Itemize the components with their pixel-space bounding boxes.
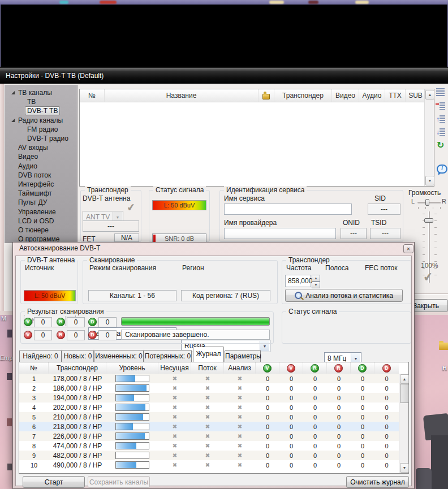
desktop-icon[interactable] <box>7 464 12 470</box>
sidebar-item[interactable]: Аудио <box>5 162 77 171</box>
sidebar-item[interactable]: Видео <box>5 152 77 161</box>
scroll-up-icon[interactable]: ▲ <box>400 374 409 384</box>
remove-channel-button[interactable] <box>436 102 447 111</box>
move-channel-down-button[interactable]: ↓ <box>436 128 448 137</box>
log-col-badge-header[interactable]: D <box>374 362 399 374</box>
sidebar-item[interactable]: LCD и OSD <box>5 217 77 226</box>
table-row[interactable]: 5210,000 / 8 / HP✖✖✖000000 <box>19 412 399 422</box>
log-col-badge-header[interactable]: V <box>279 362 303 374</box>
col-transponder[interactable]: Транспондер <box>274 89 332 102</box>
sidebar-item[interactable]: DVB поток <box>5 171 77 180</box>
table-row[interactable]: 4202,000 / 8 / HP✖✖✖000000 <box>19 403 399 412</box>
log-col-badge-header[interactable]: R <box>327 362 351 374</box>
frequency-input[interactable]: 858,000 <box>285 275 311 287</box>
scroll-down-icon[interactable]: ▼ <box>400 463 409 473</box>
scrollbar-thumb[interactable] <box>400 384 409 403</box>
tab-item[interactable]: Измененных: 0 <box>94 350 144 362</box>
rescan-button[interactable]: ↻ <box>437 141 444 150</box>
settings-window-titlebar[interactable]: Настройки - DVB-T ТВ (Default) <box>0 68 448 84</box>
sidebar-item[interactable]: DVB-T ТВ <box>5 106 77 115</box>
sidebar-item[interactable]: DVB-T радио <box>5 134 77 143</box>
analyze-stream-button[interactable]: Анализ потока и статистика <box>285 289 403 302</box>
col-video[interactable]: Видео <box>332 89 359 102</box>
col-audio[interactable]: Аудио <box>359 89 385 102</box>
desktop-folder-icon[interactable] <box>439 343 448 350</box>
sidebar-item[interactable]: Таймшифт <box>5 189 77 198</box>
table-row[interactable]: 9482,000 / 8 / HP✖✖✖000000 <box>19 451 399 460</box>
log-col-badge-header[interactable]: R <box>303 362 327 374</box>
sidebar-item[interactable]: Радио каналы <box>5 116 77 125</box>
tab-log-active[interactable]: Журнал <box>193 347 224 362</box>
table-row[interactable]: 2186,000 / 8 / HP✖✖✖000000 <box>19 383 399 393</box>
log-col-header[interactable]: Несущая <box>158 362 191 374</box>
tree-expanded-icon[interactable] <box>11 91 15 94</box>
col-name[interactable]: Название <box>105 89 259 102</box>
channel-list-icon[interactable] <box>436 88 447 97</box>
log-col-header[interactable]: Уровень <box>106 362 158 374</box>
table-row[interactable]: 1178,000 / 8 / HP✖✖✖000000 <box>19 374 399 383</box>
col-number[interactable]: № <box>80 89 105 102</box>
start-scan-button[interactable]: Старт <box>23 476 85 488</box>
cell-count: 0 <box>303 441 327 451</box>
desktop-icon[interactable] <box>7 330 12 337</box>
tab-item[interactable]: Потерянных: 0 <box>144 350 192 362</box>
table-row[interactable]: 3194,000 / 8 / HP✖✖✖000000 <box>19 393 399 403</box>
channel-info-button[interactable]: i <box>437 165 447 174</box>
table-row[interactable]: 7226,000 / 8 / HP✖✖✖000000 <box>19 431 399 441</box>
sidebar-item[interactable]: AV входы <box>5 143 77 152</box>
scan-log-table[interactable]: №ТранспондерУровеньНесущаяПотокАнализVVR… <box>19 362 409 474</box>
sidebar-item[interactable]: О тюнере <box>5 226 77 235</box>
log-col-header[interactable]: Поток <box>191 362 224 374</box>
volume-slider-thumb[interactable] <box>424 218 433 223</box>
sidebar-item[interactable]: Интерфейс <box>5 180 77 189</box>
desktop-icon-label[interactable]: Emp <box>0 354 13 361</box>
frequency-spinner[interactable]: ▲ ▼ <box>312 275 320 288</box>
log-col-badge-header[interactable]: V <box>256 362 279 374</box>
clear-log-button[interactable]: Очистить журнал <box>346 476 409 488</box>
channel-table-scrollbar[interactable]: ▲ ▼ <box>424 89 434 186</box>
scan-counter-box: 0 <box>98 317 117 327</box>
level-bar-fill <box>116 414 143 420</box>
log-col-header[interactable]: Анализ <box>224 362 256 374</box>
table-row[interactable]: 10490,000 / 8 / HP✖✖✖000000 <box>19 460 399 470</box>
provider-name-field[interactable] <box>224 228 336 239</box>
cell-analysis: ✖ <box>224 451 256 460</box>
sidebar-item[interactable]: ТВ <box>5 97 77 106</box>
spin-down-icon[interactable]: ▼ <box>312 282 320 288</box>
tab-item[interactable]: Новых: 0 <box>62 350 94 362</box>
log-table-scrollbar[interactable]: ▲ ▼ <box>399 374 408 473</box>
move-channel-up-button[interactable]: ↑ <box>436 115 448 124</box>
table-row[interactable]: 8474,000 / 8 / HP✖✖✖000000 <box>19 441 399 451</box>
table-row[interactable]: 6218,000 / 8 / HP✖✖✖000000 <box>19 422 399 431</box>
sidebar-item[interactable]: Пульт ДУ <box>5 198 77 207</box>
tab-item[interactable]: Найдено: 0 <box>19 350 62 362</box>
cell-carrier: ✖ <box>158 383 191 393</box>
desktop-icon[interactable] <box>7 418 12 426</box>
volume-check-icon[interactable]: ✔ <box>422 270 434 284</box>
log-col-header[interactable]: № <box>19 362 49 374</box>
col-sub[interactable]: SUB <box>406 89 425 102</box>
sid-label: SID <box>374 194 386 202</box>
col-ttx[interactable]: TTX <box>385 89 406 102</box>
cell-count: 0 <box>279 374 303 383</box>
col-lock[interactable] <box>259 89 274 102</box>
close-icon[interactable]: × <box>403 244 413 253</box>
tree-expanded-icon[interactable] <box>11 119 15 122</box>
scroll-up-icon[interactable]: ▲ <box>425 90 434 99</box>
save-channels-button[interactable]: Сохранить каналы <box>88 476 150 488</box>
log-col-badge-header[interactable]: D <box>351 362 374 374</box>
sidebar-item[interactable]: Управление <box>5 207 77 217</box>
spin-up-icon[interactable]: ▲ <box>312 275 320 282</box>
tsid-value-box: --- <box>370 228 400 239</box>
scroll-down-icon[interactable]: ▼ <box>425 176 434 185</box>
service-name-field[interactable] <box>224 204 352 215</box>
sidebar-item[interactable]: ТВ каналы <box>5 88 77 97</box>
sidebar-item[interactable]: FM радио <box>5 125 77 134</box>
desktop-icon[interactable] <box>7 373 12 380</box>
log-col-header[interactable]: Транспондер <box>49 362 106 374</box>
desktop-icon-label[interactable]: M <box>1 315 6 322</box>
channel-table[interactable]: № Название Транспондер Видео Аудио TTX S… <box>79 89 434 187</box>
balance-slider-thumb[interactable] <box>425 199 429 206</box>
antenna-check-icon[interactable]: ✔ <box>126 201 136 214</box>
tab-item[interactable]: Параметры <box>225 350 261 362</box>
